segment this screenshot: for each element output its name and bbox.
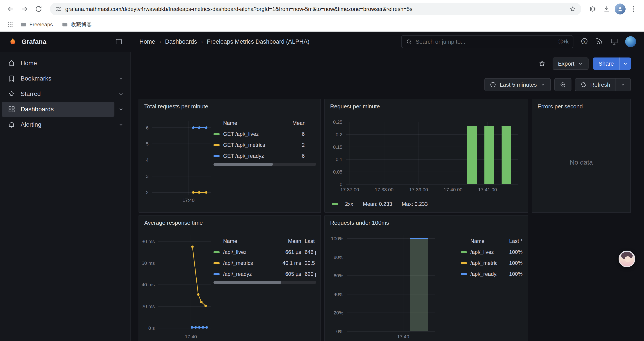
series-name[interactable]: /api/_metrics xyxy=(470,260,497,266)
sidebar-item-bookmarks: Bookmarks xyxy=(2,71,128,86)
series-name[interactable]: 2xx xyxy=(345,201,353,207)
legend-row[interactable]: GET /api/_readyz 6 xyxy=(214,151,316,162)
breadcrumb-dashboards[interactable]: Dashboards xyxy=(165,38,197,45)
chevron-down-icon xyxy=(578,61,583,67)
no-data-message: No data xyxy=(532,112,630,212)
total-requests-chart[interactable]: 17:4023456 xyxy=(142,114,214,204)
legend-item-2xx[interactable]: 2xx xyxy=(332,201,353,207)
share-dropdown[interactable] xyxy=(620,58,631,70)
extensions-icon[interactable] xyxy=(586,3,599,15)
help-icon[interactable]: ? xyxy=(580,37,589,46)
browser-toolbar xyxy=(0,0,644,18)
share-button[interactable]: Share xyxy=(593,58,631,70)
panel-title[interactable]: Total requests per minute xyxy=(139,99,320,110)
svg-text:20 ms: 20 ms xyxy=(142,304,155,309)
legend-header-name[interactable]: Name xyxy=(214,120,292,126)
refresh-interval-dropdown[interactable] xyxy=(615,79,630,91)
user-avatar[interactable] xyxy=(625,36,636,47)
svg-text:100%: 100% xyxy=(331,236,343,241)
legend-header-last[interactable]: Last * xyxy=(497,238,522,244)
chevron-down-icon[interactable] xyxy=(114,118,128,131)
search-input[interactable]: ⌘+k xyxy=(401,35,574,48)
svg-text:17:40: 17:40 xyxy=(182,197,195,203)
chevron-down-icon[interactable] xyxy=(114,103,128,116)
series-name[interactable]: GET /api/_livez xyxy=(223,131,292,137)
series-name[interactable]: /api/_livez xyxy=(470,249,497,255)
legend-header-name[interactable]: Name xyxy=(461,238,497,244)
bookmark-folder-freeleaps[interactable]: Freeleaps xyxy=(17,20,56,29)
url-bar[interactable] xyxy=(50,3,581,15)
tune-icon[interactable] xyxy=(55,6,62,12)
screen: Freeleaps 收藏博客 Grafana Home › Dashboards… xyxy=(0,0,644,341)
time-range-picker: Last 5 minutes xyxy=(484,78,551,91)
profile-avatar[interactable] xyxy=(615,4,626,15)
export-label: Export xyxy=(558,60,574,67)
search-icon xyxy=(406,39,412,45)
series-mean: 605 µs xyxy=(277,271,301,277)
average-response-chart[interactable]: 17:400 s20 ms40 ms60 ms80 ms xyxy=(142,229,214,341)
panel-title[interactable]: Requests under 100ms xyxy=(325,215,528,226)
series-name[interactable]: /api/_readyz xyxy=(223,271,277,277)
legend-row[interactable]: GET /api/_metrics 2 xyxy=(214,140,316,151)
legend-header-last[interactable]: Last * xyxy=(301,238,316,244)
panel-title[interactable]: Average response time xyxy=(139,215,320,226)
series-name[interactable]: /api/_readyz xyxy=(470,271,497,277)
legend-row[interactable]: /api/_metrics 100% xyxy=(461,258,522,269)
url-input[interactable] xyxy=(65,6,566,12)
floating-avatar[interactable] xyxy=(618,251,635,267)
menu-kebab-icon[interactable] xyxy=(627,3,640,15)
legend-header-mean[interactable]: Mean xyxy=(292,120,316,126)
series-name[interactable]: /api/_livez xyxy=(223,249,277,255)
horizontal-scrollbar[interactable] xyxy=(214,163,316,166)
legend-row[interactable]: /api/_metrics 40.1 ms 20.5 ms xyxy=(214,258,316,269)
legend-header-mean[interactable]: Mean xyxy=(277,238,301,244)
sidebar-item-label: Starred xyxy=(20,90,41,97)
bookmarks-bar: Freeleaps 收藏博客 xyxy=(0,18,644,32)
series-name[interactable]: /api/_metrics xyxy=(223,260,277,266)
apps-grid-icon[interactable] xyxy=(5,20,15,30)
breadcrumb-home[interactable]: Home xyxy=(140,38,155,45)
svg-text:17:37:00: 17:37:00 xyxy=(340,187,359,192)
under-100ms-chart[interactable]: 17:400%20%40%60%80%100% xyxy=(328,229,439,341)
legend-row[interactable]: /api/_readyz 605 µs 620 µs xyxy=(214,269,316,279)
bookmark-label: 收藏博客 xyxy=(71,21,92,28)
chevron-down-icon[interactable] xyxy=(114,72,128,85)
horizontal-scrollbar[interactable] xyxy=(214,281,316,284)
series-name[interactable]: GET /api/_metrics xyxy=(223,142,292,148)
refresh-button[interactable]: Refresh xyxy=(576,79,615,91)
favorite-star-icon[interactable] xyxy=(536,58,548,70)
export-button[interactable]: Export xyxy=(552,58,588,70)
svg-text:17:39:00: 17:39:00 xyxy=(409,187,428,192)
svg-text:60%: 60% xyxy=(334,273,343,278)
dashboards-grid-icon xyxy=(8,106,15,113)
legend-row[interactable]: /api/_livez 100% xyxy=(461,247,522,258)
svg-text:80 ms: 80 ms xyxy=(142,239,155,244)
request-per-minute-chart[interactable]: 17:37:0017:38:0017:39:0017:40:0017:41:00… xyxy=(329,119,522,196)
legend-row[interactable]: GET /api/_livez 6 xyxy=(214,129,316,140)
sidebar-item-alerting: Alerting xyxy=(2,117,128,132)
legend-header-name[interactable]: Name xyxy=(214,238,277,244)
legend-row[interactable]: /api/_livez 661 µs 646 µs xyxy=(214,247,316,258)
back-icon[interactable] xyxy=(4,3,17,15)
series-swatch xyxy=(214,251,220,253)
reload-icon[interactable] xyxy=(32,3,45,15)
legend-row[interactable]: /api/_readyz 100% xyxy=(461,269,522,279)
panel-title[interactable]: Request per minute xyxy=(325,99,528,110)
svg-text:17:38:00: 17:38:00 xyxy=(375,187,394,192)
monitor-icon[interactable] xyxy=(610,37,619,46)
dock-menu-icon[interactable] xyxy=(113,36,124,47)
downloads-icon[interactable] xyxy=(600,3,613,15)
share-label[interactable]: Share xyxy=(593,58,620,70)
sidebar-item-starred: Starred xyxy=(2,87,128,101)
search-field[interactable] xyxy=(416,38,554,45)
chevron-down-icon[interactable] xyxy=(114,87,128,101)
svg-text:60 ms: 60 ms xyxy=(142,260,155,266)
time-range-button[interactable]: Last 5 minutes xyxy=(485,79,550,91)
panel-title[interactable]: Errors per second xyxy=(532,99,630,110)
bookmark-folder-blogs[interactable]: 收藏博客 xyxy=(58,20,95,30)
zoom-out-icon[interactable] xyxy=(555,79,571,91)
bookmark-star-icon[interactable] xyxy=(570,6,576,12)
rss-icon[interactable] xyxy=(595,37,604,46)
forward-icon[interactable] xyxy=(18,3,31,15)
series-name[interactable]: GET /api/_readyz xyxy=(223,153,292,159)
